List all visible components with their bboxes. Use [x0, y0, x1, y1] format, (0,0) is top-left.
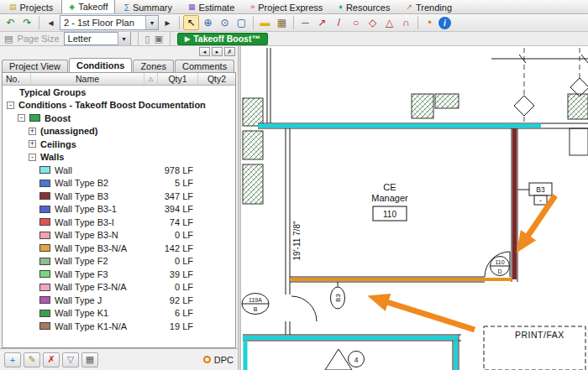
scroll-left-button[interactable]: ◂	[199, 47, 210, 56]
dpc-toggle[interactable]: DPC	[203, 355, 234, 365]
tab-takeoff[interactable]: ◈Takeoff	[61, 0, 115, 13]
tree-row[interactable]: -Conditions - Takeoff Boost Documentatio…	[3, 99, 235, 112]
drawing-canvas[interactable]: CE Manager 110 19'-11 7/8" B3 110 D	[241, 46, 588, 370]
condition-qty1: 0 LF	[134, 282, 193, 292]
room-name-line2: Manager	[371, 193, 408, 203]
room-number: 110	[383, 210, 396, 219]
expand-icon[interactable]: +	[29, 128, 36, 135]
circle-tool[interactable]: ○	[348, 15, 364, 30]
page-setup-button[interactable]: ▯	[145, 34, 150, 44]
tab-trending[interactable]: ↗Trending	[398, 0, 459, 13]
tab-conditions[interactable]: Conditions	[69, 58, 132, 72]
tab-project-view[interactable]: Project View	[2, 60, 68, 72]
tab-project-express[interactable]: »Project Express	[243, 0, 330, 13]
condition-qty1: 92 LF	[134, 295, 193, 305]
filter-button[interactable]: ▽	[62, 352, 79, 367]
conditions-grid: No. Name △ Qty1 Qty2 Typical Groups -Con…	[2, 72, 236, 348]
condition-row[interactable]: Wall Type K1-N/A19 LF	[3, 320, 235, 333]
tab-estimate[interactable]: ▦Estimate	[181, 0, 242, 13]
count-tool[interactable]: •	[422, 15, 438, 30]
tab-projects[interactable]: ▤Projects	[2, 0, 60, 13]
takeoff-boost-button[interactable]: ▶ Takeoff Boost™	[177, 33, 268, 45]
tree-row[interactable]: +(unassigned)	[3, 125, 235, 138]
door-swing-arc	[291, 296, 317, 321]
highlighter-tool[interactable]: ▬	[257, 15, 273, 30]
condition-row[interactable]: Wall Type B3347 LF	[3, 190, 235, 203]
collapse-icon[interactable]: -	[7, 102, 14, 109]
zoom-in-tool[interactable]: ⊕	[200, 15, 216, 30]
line-tool[interactable]: ─	[297, 15, 313, 30]
tab-summary[interactable]: ∑Summary	[116, 0, 179, 13]
condition-row[interactable]: Wall978 LF	[3, 164, 235, 177]
delete-condition-button[interactable]: ✗	[43, 352, 60, 367]
content-area: ◂ ▸ ✗ Project View Conditions Zones Comm…	[0, 46, 588, 370]
zoom-window-tool[interactable]: ⊙	[217, 15, 233, 30]
slash-tool[interactable]: /	[331, 15, 347, 30]
condition-row[interactable]: Wall Type B3-I74 LF	[3, 216, 235, 229]
forward-button[interactable]: ↷	[19, 15, 35, 30]
condition-row[interactable]: Wall Type K16 LF	[3, 307, 235, 320]
column-qty2[interactable]: Qty2	[198, 73, 235, 85]
condition-color-swatch	[39, 244, 50, 252]
image-button[interactable]: ▣	[155, 34, 163, 44]
column-name[interactable]: Name	[31, 73, 144, 85]
tab-resources[interactable]: ♦Resources	[331, 0, 397, 13]
arc-tool[interactable]: ∩	[398, 15, 414, 30]
triangle-tool[interactable]: △	[381, 15, 397, 30]
condition-row[interactable]: Wall Type F339 LF	[3, 268, 235, 281]
condition-row[interactable]: Wall Type J92 LF	[3, 294, 235, 307]
diamond-tool[interactable]: ◇	[365, 15, 381, 30]
scroll-right-button[interactable]: ▸	[212, 47, 223, 56]
condition-row[interactable]: Wall Type B3-1394 LF	[3, 203, 235, 216]
tab-label: Estimate	[198, 3, 234, 13]
sort-indicator-icon[interactable]: △	[144, 73, 158, 85]
app-tab-bar: ▤Projects ◈Takeoff ∑Summary ▦Estimate »P…	[0, 0, 588, 14]
wall-tag-b3: B3 -	[517, 183, 552, 205]
condition-row[interactable]: Wall Type B25 LF	[3, 177, 235, 190]
chevron-down-icon[interactable]: ▾	[118, 32, 130, 45]
condition-label: Wall Type B3-1	[55, 204, 117, 214]
collapse-icon[interactable]: -	[29, 154, 36, 161]
tab-zones[interactable]: Zones	[133, 60, 174, 72]
close-panel-button[interactable]: ✗	[224, 47, 235, 56]
prev-page-button[interactable]: ◂	[43, 15, 59, 30]
fit-page-tool[interactable]: ▢	[234, 15, 249, 30]
condition-qty1: 0 LF	[134, 256, 193, 266]
info-button[interactable]: i	[438, 17, 451, 29]
condition-row[interactable]: Wall Type F3-N/A0 LF	[3, 281, 235, 294]
toolbar-separator	[179, 16, 180, 29]
toolbar-separator	[417, 16, 418, 29]
page-selector[interactable]: 2 - 1st Floor Plan ▾	[60, 15, 159, 30]
tree-row[interactable]: +Ceilings	[3, 138, 235, 151]
next-page-button[interactable]: ▸	[160, 15, 176, 30]
trending-tab-icon: ↗	[406, 3, 412, 11]
condition-row[interactable]: Wall Type B3-N/A142 LF	[3, 242, 235, 255]
add-condition-button[interactable]: +	[4, 352, 21, 367]
back-button[interactable]: ↶	[3, 15, 18, 30]
condition-label: Wall Type B2	[55, 178, 108, 188]
condition-row[interactable]: Wall Type B3-N0 LF	[3, 229, 235, 242]
collapse-icon[interactable]: -	[18, 114, 25, 122]
condition-label: Wall	[55, 165, 72, 175]
new-group-button[interactable]: ▦	[81, 352, 98, 367]
condition-color-swatch	[39, 258, 50, 265]
tab-label: Projects	[20, 3, 54, 13]
legend-tool[interactable]: ▦	[274, 15, 290, 30]
tree-row[interactable]: Typical Groups	[3, 86, 235, 99]
column-qty1[interactable]: Qty1	[158, 73, 198, 85]
tree-row[interactable]: -Walls	[3, 151, 235, 164]
grid-header: No. Name △ Qty1 Qty2	[3, 73, 235, 86]
edit-condition-button[interactable]: ✎	[24, 352, 40, 367]
column-no[interactable]: No.	[3, 73, 31, 85]
page-selector-value: 2 - 1st Floor Plan	[60, 18, 145, 28]
tree-row[interactable]: -Boost	[3, 112, 235, 125]
expand-icon[interactable]: +	[29, 140, 36, 148]
svg-text:B: B	[254, 306, 258, 312]
tab-comments[interactable]: Comments	[175, 60, 234, 72]
chevron-down-icon[interactable]: ▾	[145, 16, 158, 29]
condition-row[interactable]: Wall Type F20 LF	[3, 255, 235, 268]
pointer-tool[interactable]: ↖	[183, 15, 199, 30]
svg-text:119A: 119A	[249, 297, 262, 303]
arrow-tool[interactable]: ↗	[314, 15, 330, 30]
page-size-select[interactable]: Letter ▾	[64, 32, 131, 45]
